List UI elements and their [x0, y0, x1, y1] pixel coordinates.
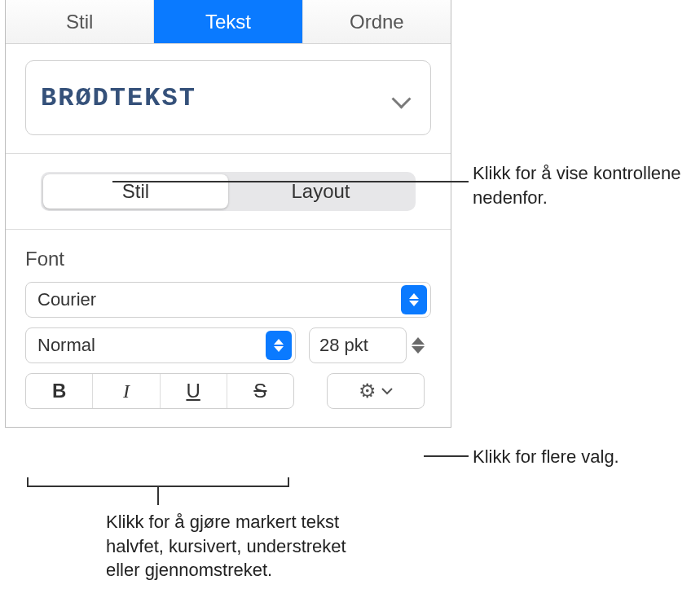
font-weight-size-row: Normal 28 pkt — [25, 327, 431, 363]
divider — [6, 229, 451, 230]
font-size-control: 28 pkt — [309, 327, 431, 363]
underline-glyph: U — [186, 380, 200, 402]
paragraph-style-popup[interactable]: BRØDTEKST — [25, 60, 431, 135]
tab-stil[interactable]: Stil — [6, 0, 153, 43]
stil-layout-segmented: Stil Layout — [41, 172, 416, 211]
stepper-down-icon — [412, 346, 425, 354]
font-family-value: Courier — [37, 289, 394, 310]
callout-leader — [424, 455, 469, 457]
font-size-field[interactable]: 28 pkt — [309, 327, 407, 363]
gear-icon: ⚙ — [359, 381, 376, 401]
updown-arrows-icon — [266, 331, 292, 360]
segment-stil-label: Stil — [122, 180, 149, 203]
callout-gear: Klikk for flere valg. — [473, 445, 693, 469]
callout-leader — [112, 181, 469, 182]
bold-glyph: B — [52, 380, 66, 402]
chevron-down-icon — [381, 387, 393, 395]
font-size-stepper[interactable] — [412, 327, 431, 363]
font-weight-value: Normal — [37, 335, 259, 356]
panel-body: BRØDTEKST Stil Layout Font Courier Norma… — [6, 44, 451, 427]
font-style-group: B I U S — [25, 373, 294, 409]
strikethrough-button[interactable]: S — [227, 374, 293, 408]
callout-bius: Klikk for å gjøre markert tekst halvfet,… — [106, 510, 375, 582]
strike-glyph: S — [253, 380, 266, 402]
paragraph-style-label: BRØDTEKST — [41, 83, 196, 113]
font-size-value: 28 pkt — [319, 335, 368, 356]
underline-button[interactable]: U — [160, 374, 227, 408]
font-section-label: Font — [25, 248, 431, 270]
tab-ordne-label: Ordne — [350, 11, 404, 33]
callout-segmented: Klikk for å vise kontrollene nedenfor. — [473, 161, 693, 209]
tab-stil-label: Stil — [66, 11, 93, 33]
callout-bracket — [27, 477, 289, 487]
format-panel: Stil Tekst Ordne BRØDTEKST Stil Layout F… — [5, 0, 451, 428]
chevron-down-icon — [393, 92, 411, 103]
tab-ordne[interactable]: Ordne — [302, 0, 451, 43]
segment-layout-label: Layout — [291, 180, 350, 203]
font-style-row: B I U S ⚙ — [25, 373, 431, 409]
updown-arrows-icon — [401, 285, 427, 314]
advanced-font-options-button[interactable]: ⚙ — [327, 373, 425, 409]
inspector-tabs: Stil Tekst Ordne — [6, 0, 451, 44]
tab-tekst[interactable]: Tekst — [153, 0, 302, 43]
stepper-up-icon — [412, 337, 425, 345]
italic-glyph: I — [123, 380, 130, 402]
divider — [6, 153, 451, 154]
italic-button[interactable]: I — [92, 374, 159, 408]
font-family-select[interactable]: Courier — [25, 282, 431, 318]
tab-tekst-label: Tekst — [205, 11, 251, 33]
bold-button[interactable]: B — [26, 374, 92, 408]
segment-stil[interactable]: Stil — [43, 174, 228, 209]
segment-layout[interactable]: Layout — [228, 174, 413, 209]
font-weight-select[interactable]: Normal — [25, 327, 296, 363]
